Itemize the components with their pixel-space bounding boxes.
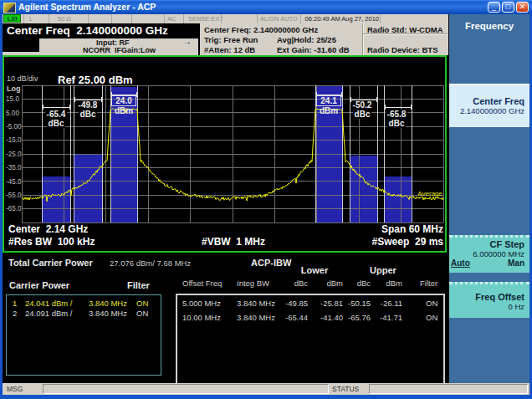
ref-level-label: Ref 25.00 dBm bbox=[58, 74, 133, 86]
rbw-annotation: #Res BW 100 kHz bbox=[8, 236, 95, 248]
annotation-upper-outer: -65.8 dBc bbox=[378, 110, 415, 128]
title-bar[interactable]: Agilent Spectrum Analyzer - ACP _ □ ✕ bbox=[0, 0, 532, 14]
annotation-carrier2: 24.1 dBm bbox=[309, 95, 349, 115]
window-border-left bbox=[0, 14, 3, 395]
center-annotation: Center 2.14 GHz bbox=[8, 223, 88, 235]
ncorr-label: NCORR bbox=[83, 46, 110, 54]
input-block: Input: RF NCORR IFGain:Low → bbox=[3, 38, 198, 55]
col-upper-dbm: dBm bbox=[377, 279, 402, 288]
minimize-button[interactable]: _ bbox=[488, 2, 500, 13]
maximize-button[interactable]: □ bbox=[502, 2, 514, 13]
integration-band bbox=[74, 155, 102, 223]
carrier-power-header: Carrier Power bbox=[9, 280, 69, 290]
col-lower-dbm: dBm bbox=[318, 279, 343, 288]
info-radio-device: Radio Device: BTS bbox=[367, 45, 437, 54]
rf-path-arrow-icon: → bbox=[183, 37, 192, 46]
carrier-power-table: 1 24.041 dBm / 3.840 MHz ON 2 24.091 dBm… bbox=[6, 294, 161, 376]
spectrum-analyzer-window: Agilent Spectrum Analyzer - ACP _ □ ✕ LX… bbox=[0, 0, 532, 399]
col-integ-bw: Integ BW bbox=[237, 279, 269, 288]
window-border-bottom bbox=[0, 395, 532, 399]
message-status-bar: MSG STATUS bbox=[3, 383, 529, 395]
vbw-annotation: #VBW 1 MHz bbox=[202, 236, 265, 248]
total-carrier-power-value: 27.076 dBm/ 7.68 MHz bbox=[110, 258, 191, 268]
status-field bbox=[369, 384, 528, 394]
window-title: Agilent Spectrum Analyzer - ACP bbox=[18, 2, 156, 12]
annotation-upper-inner: -50.2 dBc bbox=[344, 100, 381, 119]
softkey-menu: Frequency Center Freq 2.140000000 GHz CF… bbox=[449, 14, 529, 383]
status-impedance: 50 Ω bbox=[58, 15, 71, 23]
cf-step-softkey[interactable]: CF Step 6.000000 MHz Auto Man bbox=[449, 235, 529, 273]
msg-field bbox=[43, 384, 329, 394]
info-atten: #Atten: 12 dB bbox=[204, 45, 255, 54]
info-center-freq: Center Freq: 2.140000000 GHz bbox=[204, 25, 318, 34]
integration-band bbox=[384, 176, 412, 223]
cf-step-man-toggle[interactable]: Man bbox=[508, 258, 524, 268]
info-avg-hold: Avg|Hold: 25/25 bbox=[277, 35, 336, 44]
status-datetime: 06:20:49 AM Aug 27, 2010 bbox=[304, 15, 379, 23]
msg-label: MSG bbox=[7, 385, 23, 393]
y-tick-label: 5.00 bbox=[6, 110, 19, 117]
y-tick-label: -35.0 bbox=[6, 164, 22, 171]
col-upper-dbc: dBc bbox=[345, 279, 371, 288]
trace-average-label: Average bbox=[417, 190, 442, 197]
freq-annotation-row: Center 2.14 GHz Span 60 MHz bbox=[8, 223, 443, 235]
col-offset-freq: Offset Freq bbox=[182, 279, 222, 288]
scale-label: 10 dB/div bbox=[7, 74, 38, 83]
status-label: STATUS bbox=[332, 385, 359, 393]
lower-group-header: Lower bbox=[283, 265, 346, 275]
y-tick-label: -25.0 bbox=[6, 151, 22, 158]
instrument-status-strip: LXI L 50 Ω AC SENSE:EXT ALIGN AUTO 06:20… bbox=[3, 14, 448, 23]
total-carrier-power-label: Total Carrier Power bbox=[8, 258, 93, 268]
integration-band bbox=[42, 176, 70, 223]
info-trigger: Trig: Free Run bbox=[204, 35, 258, 44]
input-blank-display bbox=[3, 38, 39, 52]
offset-row: 10.00 MHz bbox=[182, 313, 221, 322]
measurement-info-panel: Center Freq: 2.140000000 GHz Trig: Free … bbox=[198, 23, 448, 55]
center-freq-softkey[interactable]: Center Freq 2.140000000 GHz bbox=[449, 84, 529, 127]
upper-group-header: Upper bbox=[351, 265, 415, 275]
y-tick-label: 15.0 bbox=[6, 95, 19, 103]
annotation-lower-inner: -49.8 dBc bbox=[69, 100, 106, 119]
ifgain-label: IFGain:Low bbox=[115, 46, 156, 54]
lxi-badge: LXI bbox=[3, 14, 21, 23]
y-tick-label: -55.0 bbox=[6, 192, 22, 199]
close-button[interactable]: ✕ bbox=[516, 2, 529, 13]
info-ext-gain: Ext Gain: -31.60 dB bbox=[277, 45, 350, 54]
frequency-readout: Center Freq 2.140000000 GHz bbox=[3, 23, 198, 38]
status-align: ALIGN AUTO bbox=[260, 15, 298, 23]
integration-band bbox=[350, 156, 377, 223]
status-sense: SENSE:EXT bbox=[188, 15, 223, 23]
menu-title: Frequency bbox=[449, 21, 529, 31]
status-coupling: AC bbox=[167, 15, 176, 23]
annotation-carrier1: 24.0 dBm bbox=[104, 95, 144, 115]
spectrum-plot: 10 dB/div Ref 25.00 dBm Log 15.0 5.00 -5… bbox=[4, 57, 445, 251]
log-scale-label: Log bbox=[7, 84, 21, 93]
span-annotation: Span 60 MHz bbox=[381, 223, 443, 235]
offset-row: 5.000 MHz bbox=[182, 299, 221, 308]
y-tick-label: -65.0 bbox=[6, 205, 22, 212]
col-filter: Filter bbox=[420, 279, 437, 288]
sweep-annotation: #Sweep 29 ms bbox=[372, 236, 443, 248]
carrier-filter-header: Filter bbox=[127, 280, 150, 290]
y-tick-label: -45.0 bbox=[6, 178, 22, 186]
y-tick-label: -15.0 bbox=[6, 136, 22, 144]
status-l: L bbox=[29, 15, 33, 23]
col-lower-dbc: dBc bbox=[283, 279, 308, 288]
bw-annotation-row: #Res BW 100 kHz #VBW 1 MHz #Sweep 29 ms bbox=[8, 236, 443, 248]
y-tick-label: -5.00 bbox=[6, 123, 22, 130]
cf-step-auto-toggle[interactable]: Auto bbox=[451, 258, 470, 268]
freq-offset-softkey[interactable]: Freq Offset 0 Hz bbox=[449, 282, 529, 318]
app-icon bbox=[3, 3, 16, 13]
